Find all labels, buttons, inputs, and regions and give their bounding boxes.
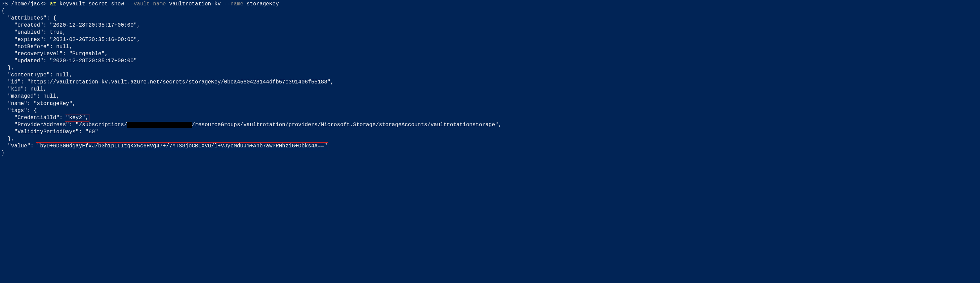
json-line: "recoveryLevel": "Purgeable", [2,51,108,57]
json-line: "kid": null, [2,86,46,92]
json-line: "enabled": true, [2,29,66,35]
highlight-secret-value: "byD+6D3GGdgayFfxJ/bGh1pIuItqKx5c6HVg47+… [36,142,328,150]
json-line: "expires": "2021-02-26T20:35:16+00:00", [2,37,140,43]
json-line: }, [2,65,14,71]
json-line: "contentType": null, [2,72,72,78]
highlight-credential-id: "key2", [65,114,89,122]
json-line: "name": "storageKey", [2,101,76,107]
json-line: { [2,8,5,14]
json-line-suffix: /resourceGroups/vaultrotation/providers/… [192,122,502,128]
json-line: } [2,150,5,156]
json-line-prefix: "value": [2,143,37,149]
json-line: "updated": "2020-12-28T20:35:17+00:00" [2,58,137,64]
json-line: "created": "2020-12-28T20:35:17+00:00", [2,22,140,28]
command-subcommand: keyvault secret show [56,1,127,7]
json-line: "ValidityPeriodDays": "60" [2,129,98,135]
json-line: "notBefore": null, [2,44,72,50]
arg-vault-name: --vault-name [127,1,166,7]
ps-prompt: PS /home/jack> [2,1,50,7]
redacted-subscription-id [127,122,192,128]
json-line: "managed": null, [2,93,59,99]
command-az: az [50,1,56,7]
json-line: "id": "https://vaultrotation-kv.vault.az… [2,79,334,85]
json-line: }, [2,136,14,142]
arg-name-value: storageKey [243,1,279,7]
json-line: "tags": { [2,108,37,114]
json-line-prefix: "CredentialId": [2,115,66,121]
json-line: "attributes": { [2,15,56,21]
json-line-prefix: "ProviderAddress": "/subscriptions/ [2,122,127,128]
arg-vault-name-value: vaultrotation-kv [166,1,224,7]
arg-name: --name [224,1,243,7]
